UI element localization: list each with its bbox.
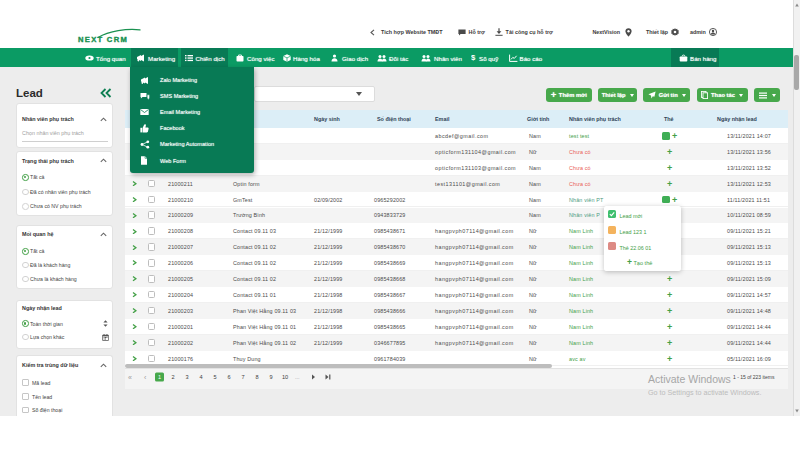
- svg-text:$: $: [471, 53, 476, 62]
- svg-text:NEXT CRM: NEXT CRM: [78, 35, 128, 44]
